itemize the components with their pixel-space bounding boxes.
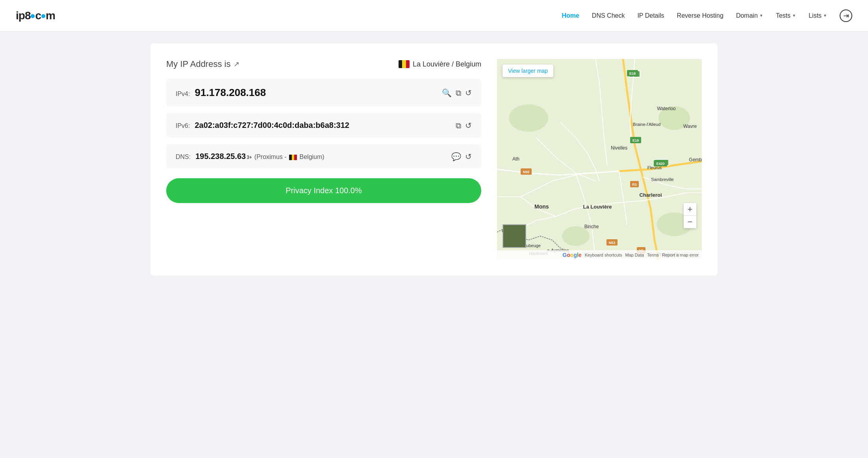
report-error-link[interactable]: Report a map error (662, 253, 699, 257)
svg-text:N50: N50 (523, 170, 530, 174)
nav-home[interactable]: Home (562, 12, 579, 19)
svg-text:La Louvière: La Louvière (583, 204, 612, 210)
svg-text:Charleroi: Charleroi (639, 192, 662, 198)
svg-text:Ath: Ath (512, 156, 519, 162)
ipv4-search-icon[interactable]: 🔍 (442, 89, 452, 97)
google-logo: Google (562, 252, 581, 258)
dns-left: DNS: 195.238.25.63 3+ (Proximus - Belgiu… (176, 152, 325, 161)
dns-actions: 💬 ↺ (451, 153, 472, 161)
svg-text:Sambreville: Sambreville (651, 177, 673, 182)
dns-provider: (Proximus - Belgium) (254, 153, 325, 161)
main-nav: Home DNS Check IP Details Reverse Hostin… (562, 9, 852, 22)
svg-text:E19: E19 (629, 72, 636, 76)
logo[interactable]: ip8cm (16, 9, 55, 22)
map-thumbnail[interactable] (503, 224, 526, 248)
dns-label: DNS: (176, 153, 191, 161)
dns-details-icon[interactable]: 💬 (451, 153, 461, 161)
nav-reverse-hosting[interactable]: Reverse Hosting (677, 12, 723, 19)
ipv4-copy-icon[interactable]: ⧉ (456, 89, 461, 97)
zoom-in-button[interactable]: + (684, 203, 696, 216)
ip-header-row: My IP Address is ↗ La Louvière / Belgium (166, 59, 481, 69)
svg-text:Wavre: Wavre (683, 124, 697, 129)
map-panel: E19 E19 E420 N50 R3 (497, 59, 702, 260)
keyboard-shortcuts-link[interactable]: Keyboard shortcuts (585, 253, 622, 257)
dns-count: 3+ (247, 155, 252, 160)
left-panel: My IP Address is ↗ La Louvière / Belgium… (166, 59, 481, 260)
svg-text:Fleurus: Fleurus (647, 165, 662, 170)
svg-text:R3: R3 (632, 183, 637, 187)
ipv6-actions: ⧉ ↺ (456, 122, 472, 129)
ipv4-value: 91.178.208.168 (195, 87, 266, 99)
ipv4-row: IPv4: 91.178.208.168 🔍 ⧉ ↺ (166, 79, 481, 107)
ipv6-copy-icon[interactable]: ⧉ (456, 122, 461, 129)
content-card: My IP Address is ↗ La Louvière / Belgium… (150, 43, 718, 275)
nav-tests[interactable]: Tests ▼ (776, 12, 796, 19)
ipv4-refresh-icon[interactable]: ↺ (465, 89, 472, 97)
map-zoom-controls: + − (684, 203, 696, 228)
view-larger-map-button[interactable]: View larger map (503, 65, 553, 77)
belgium-flag (399, 60, 410, 68)
main-background: My IP Address is ↗ La Louvière / Belgium… (0, 31, 868, 458)
ipv6-value: 2a02:a03f:c727:7d00:4c0d:daba:b6a8:312 (195, 121, 349, 130)
dns-row: DNS: 195.238.25.63 3+ (Proximus - Belgiu… (166, 144, 481, 169)
svg-text:Binche: Binche (584, 224, 599, 229)
ipv4-left: IPv4: 91.178.208.168 (176, 87, 266, 99)
chevron-down-icon-2: ▼ (792, 13, 796, 18)
svg-text:E19: E19 (632, 139, 639, 142)
svg-text:Gembl: Gembl (689, 157, 702, 163)
map-container[interactable]: E19 E19 E420 N50 R3 (497, 59, 702, 260)
nav-domain[interactable]: Domain ▼ (736, 12, 763, 19)
logo-dot-2 (41, 14, 45, 18)
chevron-down-icon: ▼ (759, 13, 763, 18)
refresh-icon[interactable]: ↗ (234, 60, 239, 68)
nav-ip-details[interactable]: IP Details (637, 12, 664, 19)
location-display: La Louvière / Belgium (399, 60, 481, 68)
svg-text:Nivelles: Nivelles (611, 145, 627, 151)
ipv4-actions: 🔍 ⧉ ↺ (442, 89, 472, 97)
map-data-link[interactable]: Map Data (625, 253, 644, 257)
terms-link[interactable]: Terms (647, 253, 659, 257)
svg-text:Waterloo: Waterloo (657, 106, 676, 111)
dns-value: 195.238.25.63 (195, 152, 246, 161)
nav-lists[interactable]: Lists ▼ (809, 12, 827, 19)
chevron-down-icon-3: ▼ (823, 13, 827, 18)
header: ip8cm Home DNS Check IP Details Reverse … (0, 0, 868, 31)
zoom-out-button[interactable]: − (684, 216, 696, 228)
logo-dot (31, 14, 35, 18)
svg-point-4 (509, 104, 548, 132)
nav-dns-check[interactable]: DNS Check (592, 12, 625, 19)
privacy-index-button[interactable]: Privacy Index 100.0% (166, 178, 481, 203)
login-button[interactable]: ⇥ (840, 9, 852, 22)
map-svg: E19 E19 E420 N50 R3 (497, 59, 702, 260)
ipv4-label: IPv4: (176, 90, 190, 98)
ipv6-row: IPv6: 2a02:a03f:c727:7d00:4c0d:daba:b6a8… (166, 113, 481, 138)
map-attribution: Google Keyboard shortcuts Map Data Terms… (497, 250, 702, 260)
logo-text: ip8cm (16, 9, 55, 22)
dns-flag-belgium (289, 155, 297, 160)
ipv6-left: IPv6: 2a02:a03f:c727:7d00:4c0d:daba:b6a8… (176, 121, 349, 130)
svg-text:Mons: Mons (534, 203, 549, 210)
dns-refresh-icon[interactable]: ↺ (465, 153, 472, 161)
svg-text:Braine-l'Alleud: Braine-l'Alleud (633, 122, 661, 127)
ipv6-refresh-icon[interactable]: ↺ (465, 122, 472, 129)
ipv6-label: IPv6: (176, 122, 190, 129)
svg-text:N53: N53 (609, 241, 616, 245)
ip-address-label: My IP Address is ↗ (166, 59, 239, 69)
